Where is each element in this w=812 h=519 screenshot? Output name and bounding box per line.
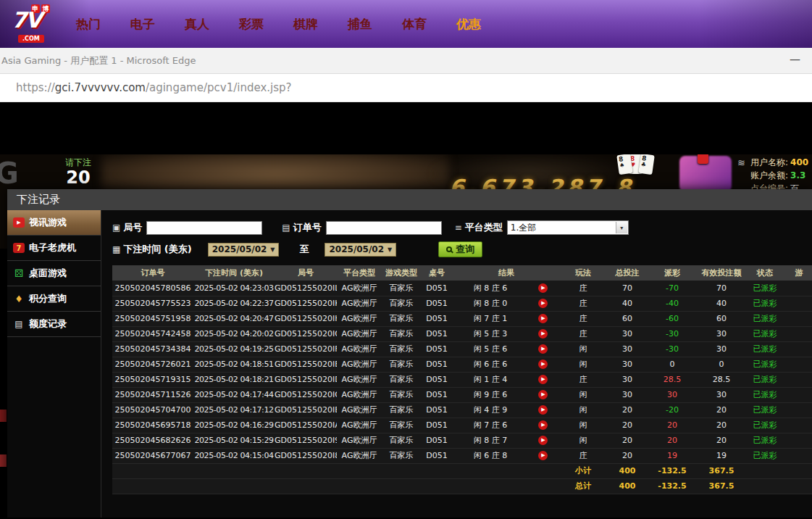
cell-total-bet: 30 (606, 341, 648, 357)
cell-order: 250502045719315 (112, 372, 193, 387)
window-titlebar: Asia Gaming - 用户配置 1 - Microsoft Edge — (0, 48, 812, 74)
cell-result: 闲 8 庄 6▶ (453, 281, 560, 296)
cell-result: 闲 6 庄 6▶ (453, 357, 560, 372)
cell-valid-bet: 28.5 (696, 372, 747, 387)
replay-button[interactable]: ▶ (538, 375, 548, 384)
cell-table-no: D051 (421, 448, 453, 463)
cell-payout: 20 (648, 433, 696, 448)
column-header: 结果 (453, 265, 560, 281)
summary-extra (783, 478, 812, 494)
replay-button[interactable]: ▶ (538, 344, 548, 354)
sidebar-item[interactable]: ▶视讯游戏 (7, 210, 101, 236)
url-text[interactable]: https://gci.7vvvvvv.com/agingame/pcv1/in… (0, 81, 292, 94)
cell-platform: AG欧洲厅 (337, 418, 382, 433)
summary-valid-bet: 367.5 (696, 463, 747, 478)
cell-play: 闲 (560, 387, 606, 402)
table-row: 2505020457805862025-05-02 04:23:03GD0512… (112, 281, 812, 296)
window-title: Asia Gaming - 用户配置 1 - Microsoft Edge (0, 54, 196, 67)
result-score: 闲 6 庄 6 (453, 359, 528, 370)
cell-table-no: D051 (421, 341, 453, 357)
column-header: 局号 (275, 265, 337, 281)
nav-item-4[interactable]: 彩票 (238, 16, 264, 33)
replay-button[interactable]: ▶ (538, 283, 548, 293)
cell-time: 2025-05-02 04:16:29 (193, 418, 275, 433)
site-logo[interactable]: 申 博 7V .COM (12, 4, 65, 43)
bet-table-wrap: 订单号下注时间 (美东)局号平台类型游戏类型桌号结果玩法总投注派彩有效投注额状态… (112, 265, 812, 494)
cell-total-bet: 20 (606, 418, 648, 433)
nav-item-3[interactable]: 真人 (184, 16, 210, 33)
platform-type-icon: ≡ (455, 223, 462, 233)
calendar-icon: ▦ (112, 244, 120, 254)
browser-urlbar: https://gci.7vvvvvv.com/agingame/pcv1/in… (0, 74, 812, 102)
result-content: 闲 7 庄 1▶ (453, 313, 560, 324)
date-to-select[interactable]: 2025/05/02 ▼ (325, 243, 396, 257)
nav-item-2[interactable]: 电子 (130, 16, 156, 33)
replay-button[interactable]: ▶ (538, 314, 548, 323)
round-number-input[interactable] (146, 221, 262, 235)
table-row: 2505020457193152025-05-02 04:18:21GD0512… (112, 372, 812, 387)
cell-payout: -30 (648, 341, 696, 357)
order-number-input[interactable] (326, 221, 442, 235)
nav-item-8[interactable]: 优惠 (456, 16, 482, 33)
replay-button[interactable]: ▶ (538, 299, 548, 308)
result-content: 闲 4 庄 9▶ (453, 404, 560, 415)
nav-item-5[interactable]: 棋牌 (293, 16, 319, 33)
playing-card: 8♠ (616, 154, 633, 175)
replay-button[interactable]: ▶ (538, 436, 548, 445)
platform-select[interactable]: 1.全部 ▾ (507, 220, 629, 235)
result-content: 闲 5 庄 6▶ (453, 344, 560, 354)
date-from-select[interactable]: 2025/05/02 ▼ (208, 243, 280, 257)
replay-button[interactable]: ▶ (538, 390, 548, 399)
sidebar-item-label: 桌面游戏 (29, 267, 67, 280)
table-row: 2505020456957182025-05-02 04:16:29GD0512… (112, 418, 812, 433)
cell-result: 闲 8 庄 0▶ (453, 296, 560, 311)
cell-platform: AG欧洲厅 (337, 387, 382, 402)
summary-status (747, 478, 783, 494)
card-suit-icon: ♣ (640, 162, 653, 169)
nav-item-6[interactable]: 捕鱼 (347, 16, 373, 33)
result-content: 闲 1 庄 4▶ (453, 374, 560, 385)
column-header: 桌号 (421, 265, 453, 281)
result-score: 闲 8 庄 0 (453, 298, 528, 309)
replay-button[interactable]: ▶ (538, 329, 548, 339)
cell-order: 250502045682626 (112, 433, 193, 448)
background-fragment (0, 410, 7, 422)
url-host: gci.7vvvvvv.com (55, 81, 146, 94)
search-button[interactable]: 查询 (438, 241, 482, 257)
sidebar-item[interactable]: 7电子老虎机 (7, 236, 101, 261)
replay-button[interactable]: ▶ (538, 360, 548, 369)
minimize-button[interactable]: — (790, 53, 800, 66)
date-to-value: 2025/05/02 (329, 244, 384, 254)
replay-button[interactable]: ▶ (538, 420, 548, 430)
modal-main: ▣ 局号 ▤ 订单号 ≡ 平台类型 1.全部 ▾ (101, 210, 812, 518)
cell-platform: AG欧洲厅 (337, 296, 382, 311)
cell-total-bet: 60 (606, 311, 648, 326)
cell-time: 2025-05-02 04:19:25 (193, 341, 275, 357)
date-range-separator: 至 (299, 243, 309, 256)
column-header: 派彩 (648, 265, 696, 281)
cell-extra (783, 326, 812, 341)
replay-button[interactable]: ▶ (538, 451, 548, 460)
table-row: 2505020457424582025-05-02 04:20:02GD0512… (112, 326, 812, 341)
cell-time: 2025-05-02 04:22:37 (193, 296, 275, 311)
result-content: 闲 8 庄 0▶ (453, 298, 560, 309)
cell-play: 闲 (560, 418, 606, 433)
bet-prompt-area: 请下注 20 (65, 157, 91, 187)
cell-round: GD051255020IL (275, 281, 337, 296)
cell-extra (783, 281, 812, 296)
sidebar-item[interactable]: ♦积分查询 (7, 286, 101, 312)
table-row: 2505020457115262025-05-02 04:17:44GD0512… (112, 387, 812, 402)
cell-platform: AG欧洲厅 (337, 448, 382, 463)
cell-order: 250502045677067 (112, 448, 193, 463)
sidebar-item[interactable]: ▤额度记录 (7, 312, 101, 337)
cell-valid-bet: 40 (696, 296, 747, 311)
cell-extra (783, 433, 812, 448)
cell-total-bet: 20 (606, 433, 648, 448)
sidebar-item[interactable]: ⚄桌面游戏 (7, 261, 101, 286)
cell-valid-bet: 60 (696, 311, 747, 326)
nav-item-1[interactable]: 热门 (75, 16, 101, 33)
replay-button[interactable]: ▶ (538, 405, 548, 415)
nav-item-7[interactable]: 体育 (401, 16, 427, 33)
cell-status: 已派彩 (747, 341, 783, 357)
cell-result: 闲 1 庄 4▶ (453, 372, 560, 387)
